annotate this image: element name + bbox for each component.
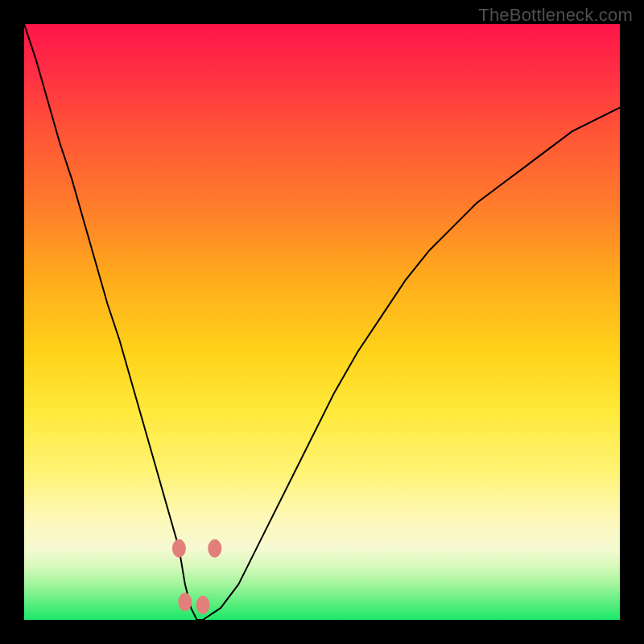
- valley-marker: [172, 539, 185, 557]
- bottleneck-curve: [24, 24, 620, 620]
- watermark-text: TheBottleneck.com: [478, 5, 633, 26]
- valley-marker: [179, 593, 192, 611]
- curve-svg: [24, 24, 620, 620]
- plot-area: [24, 24, 620, 620]
- valley-marker: [208, 539, 221, 557]
- valley-marker: [196, 597, 209, 614]
- valley-markers: [172, 539, 221, 613]
- chart-frame: TheBottleneck.com: [0, 0, 644, 644]
